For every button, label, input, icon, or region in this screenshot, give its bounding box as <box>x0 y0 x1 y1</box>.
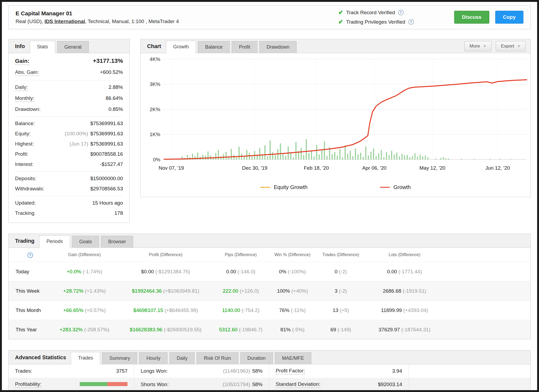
badge-label: Track Record Verified <box>346 10 395 16</box>
tab-stats[interactable]: Stats <box>30 41 55 53</box>
help-cell: ? <box>9 252 52 258</box>
profitability-red-segment <box>107 382 128 386</box>
tab-general[interactable]: General <box>57 41 89 53</box>
difference: (-100%) <box>288 269 306 274</box>
main-row: Info Stats General Gain: +3177.13% Abs. … <box>8 39 531 223</box>
info-row-drawdown: Drawdown: 0.85% <box>15 104 123 114</box>
info-row-profit: Profit: $90078558.16 <box>15 149 123 159</box>
chart-tabs: Growth Balance Profit Drawdown <box>166 41 298 53</box>
cell-win: 76% (-11%) <box>268 307 317 313</box>
stat-value: (1148/1963)58% <box>223 368 263 374</box>
tab-balance[interactable]: Balance <box>198 41 230 53</box>
tab-duration[interactable]: Duration <box>240 352 273 364</box>
svg-text:May 12, '20: May 12, '20 <box>420 165 445 171</box>
svg-text:3K%: 3K% <box>150 81 161 87</box>
svg-text:Apr 06, '20: Apr 06, '20 <box>362 165 387 171</box>
period-label: This Year <box>9 327 52 333</box>
filler <box>409 378 530 391</box>
value: $4698107.15 <box>133 307 163 313</box>
svg-text:2K%: 2K% <box>150 107 161 112</box>
cell-profit: $1992464.36 (+$1063949.81) <box>117 288 214 294</box>
tab-trades[interactable]: Trades <box>71 352 100 364</box>
chart-panel: Chart Growth Balance Profit Drawdown Mor… <box>140 39 531 197</box>
info-label: Profit: <box>15 151 28 157</box>
tab-goals[interactable]: Goals <box>72 236 99 248</box>
value: 13 <box>333 307 338 313</box>
legend-label: Equity Growth <box>274 184 308 190</box>
difference: (-258.57%) <box>84 327 109 332</box>
help-icon[interactable]: ? <box>398 10 404 15</box>
tab-daily[interactable]: Daily <box>169 352 195 364</box>
cell-trades: 3 (-2) <box>317 288 364 294</box>
info-row-monthly: Monthly: 86.64% <box>15 93 123 104</box>
difference: (-187644.31) <box>401 327 431 332</box>
advanced-panel-header: Advanced Statistics Trades Summary Hourl… <box>9 350 530 364</box>
more-dropdown[interactable]: More ▼ <box>464 41 491 51</box>
abs-gain-value: +600.52% <box>100 69 123 75</box>
growth-chart: 0%1K%2K%3K%4K%Nov 07, '19Dec 30, '19Feb … <box>142 54 529 180</box>
value: +28.72% <box>63 288 83 294</box>
profit-value: $90078558.16 <box>90 151 123 157</box>
profitability-bar-wrap <box>80 382 128 387</box>
info-row-updated: Updated: 15 Hours ago <box>15 198 123 208</box>
legend-line-swatch <box>260 187 270 188</box>
value: 222.00 <box>223 288 238 294</box>
trading-row-this-year: This Year +283.32% (-258.57%) $16628383.… <box>9 320 530 339</box>
account-header: E Capital Manager 01 Real (USD), IDS Int… <box>8 5 531 29</box>
tab-periods[interactable]: Periods <box>39 235 70 248</box>
cell-lots: 0.00 (-1771.44) <box>364 269 445 275</box>
svg-text:Nov 07, '19: Nov 07, '19 <box>159 165 184 171</box>
chart-legend: Equity Growth Growth <box>142 180 529 197</box>
tab-profit[interactable]: Profit <box>232 41 257 53</box>
tab-summary[interactable]: Summary <box>102 352 137 364</box>
tab-risk-of-ruin[interactable]: Risk Of Ruin <box>196 352 238 364</box>
info-label: Highest: <box>15 141 34 147</box>
badge-label: Trading Privileges Verified <box>346 19 405 25</box>
adv-row-1: Trades: 3757 Longs Won: (1148/1963)58% P… <box>9 364 530 378</box>
cell-pips: 1140.00 (-754.2) <box>214 307 268 313</box>
profitability-bar <box>80 382 128 386</box>
copy-button[interactable]: Copy <box>495 11 524 24</box>
help-icon[interactable]: ? <box>27 252 33 258</box>
tab-drawdown[interactable]: Drawdown <box>259 41 297 53</box>
tab-browser[interactable]: Browser <box>101 236 133 248</box>
help-icon[interactable]: ? <box>408 19 414 25</box>
broker-link[interactable]: IDS International <box>45 19 85 24</box>
col-win: Win % (Difference) <box>268 252 317 257</box>
balance-value: $75369991.63 <box>90 121 123 126</box>
info-label: Interest: <box>15 161 34 167</box>
difference: (+$1063949.81) <box>163 288 199 294</box>
export-dropdown[interactable]: Export ▼ <box>496 41 526 51</box>
legend-growth[interactable]: Growth <box>380 184 411 190</box>
col-gain: Gain (Difference) <box>52 252 117 257</box>
page: { "header": { "title": "E Capital Manage… <box>0 0 539 392</box>
value: 81% <box>281 327 291 332</box>
account-title: E Capital Manager 01 <box>16 10 179 17</box>
more-label: More <box>469 43 480 49</box>
tab-growth[interactable]: Growth <box>166 41 196 53</box>
difference: (-1.74%) <box>83 269 102 274</box>
cell-pips: 222.00 (+126.0) <box>214 288 268 294</box>
divider <box>15 171 123 172</box>
info-label: Deposits: <box>15 176 36 182</box>
advanced-tabs: Trades Summary Hourly Daily Risk Of Ruin… <box>71 352 313 364</box>
cell-profit: $4698107.15 (+$646455.99) <box>117 307 214 313</box>
tab-mae-mfe[interactable]: MAE/MFE <box>275 352 311 364</box>
discuss-button[interactable]: Discuss <box>454 11 489 24</box>
chevron-down-icon: ▼ <box>483 44 486 48</box>
difference: (-149) <box>337 327 351 332</box>
svg-text:1K%: 1K% <box>150 132 161 137</box>
legend-equity-growth[interactable]: Equity Growth <box>260 184 308 190</box>
difference: (-19846.7) <box>239 327 263 332</box>
adv-row-2: Profitability: Shorts Won: (1052/1794)58… <box>9 378 530 391</box>
divider <box>15 196 123 196</box>
gain-value: +3177.13% <box>93 57 123 64</box>
value: 100% <box>277 288 290 294</box>
chart-panel-title: Chart <box>141 43 166 53</box>
chart-panel-header: Chart Growth Balance Profit Drawdown Mor… <box>141 39 530 53</box>
difference: (+4393.04) <box>403 307 428 313</box>
info-label: Abs. Gain: <box>15 69 39 76</box>
account-subtitle-pre: Real (USD), <box>16 19 45 24</box>
svg-text:Dec 30, '19: Dec 30, '19 <box>242 165 267 171</box>
tab-hourly[interactable]: Hourly <box>139 352 167 364</box>
